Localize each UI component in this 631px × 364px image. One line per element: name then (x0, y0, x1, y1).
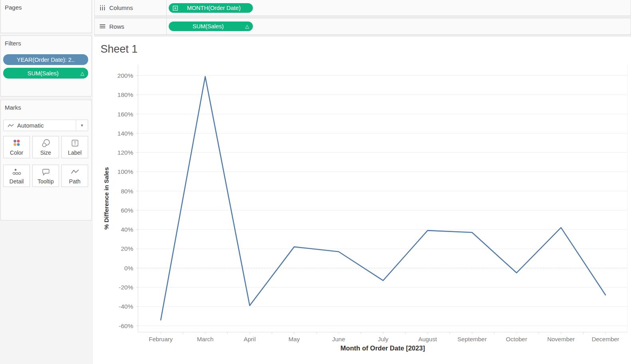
x-tick-label: June (332, 336, 345, 342)
delta-table-calc-icon: △ (81, 71, 84, 76)
size-label: Size (40, 150, 51, 156)
svg-text:T: T (73, 141, 76, 146)
x-tick-label: July (378, 336, 388, 342)
sales-line (161, 77, 605, 320)
filter-pill-sum-sales[interactable]: SUM(Sales) △ (3, 68, 88, 79)
color-icon (13, 136, 20, 150)
expand-plus-icon (173, 6, 178, 11)
columns-pill-label: MONTH(Order Date) (179, 5, 249, 11)
pages-title: Pages (5, 4, 22, 11)
columns-icon (100, 5, 105, 10)
filter-pill-label: SUM(Sales) (7, 70, 79, 77)
path-icon (71, 165, 79, 178)
y-tick-label: -40% (119, 303, 133, 310)
pages-shelf[interactable]: Pages (0, 0, 92, 33)
y-tick-label: 100% (117, 168, 133, 175)
x-tick-label: March (197, 336, 214, 342)
y-tick-label: 20% (121, 245, 133, 252)
x-tick-label: October (506, 336, 527, 342)
columns-shelf[interactable]: Columns MONTH(Order Date) (94, 0, 631, 16)
filter-pill-year-order-date[interactable]: YEAR(Order Date): 2.. (3, 54, 88, 65)
x-tick-label: May (288, 336, 300, 342)
marks-title: Marks (5, 104, 21, 111)
shelf-strip: Columns MONTH(Order Date) Rows SUM(Sales… (94, 0, 631, 37)
path-button[interactable]: Path (61, 165, 88, 187)
detail-icon (12, 165, 22, 178)
sidebar: Pages Filters YEAR(Order Date): 2.. SUM(… (0, 0, 93, 364)
mark-type-dropdown[interactable]: Automatic ▾ (3, 120, 88, 131)
x-tick-label: April (244, 336, 256, 342)
line-chart[interactable]: -60%-40%-20%0%20%40%60%80%100%120%140%16… (94, 37, 631, 364)
tooltip-label: Tooltip (37, 178, 53, 185)
worksheet-view: Sheet 1 % Difference in Sales -60%-40%-2… (94, 37, 631, 364)
path-label: Path (69, 178, 81, 185)
rows-shelf-text: Rows (109, 23, 124, 30)
y-tick-label: 80% (121, 188, 133, 195)
line-mark-icon (8, 124, 14, 128)
color-button[interactable]: Color (3, 136, 30, 158)
y-tick-label: 120% (117, 149, 133, 156)
y-tick-label: 160% (117, 111, 133, 118)
label-label: Label (68, 150, 81, 156)
filters-title: Filters (5, 40, 21, 47)
columns-pill-month-order-date[interactable]: MONTH(Order Date) (169, 3, 253, 13)
x-tick-label: September (457, 336, 487, 342)
y-tick-label: -20% (119, 284, 133, 291)
x-tick-label: November (547, 336, 575, 342)
y-tick-label: -60% (119, 323, 133, 329)
y-tick-label: 40% (121, 226, 133, 233)
color-label: Color (10, 150, 23, 156)
chevron-down-icon[interactable]: ▾ (76, 120, 88, 131)
label-icon: T (71, 136, 79, 150)
detail-label: Detail (10, 178, 24, 185)
x-tick-label: August (418, 336, 438, 342)
rows-shelf-label: Rows (95, 18, 167, 34)
marks-card: Marks Automatic ▾ Color (0, 100, 92, 220)
label-button[interactable]: T Label (61, 136, 88, 158)
filters-shelf[interactable]: Filters YEAR(Order Date): 2.. SUM(Sales)… (0, 35, 92, 96)
mark-type-value: Automatic (17, 122, 76, 129)
tableau-workspace: Pages Filters YEAR(Order Date): 2.. SUM(… (0, 0, 631, 364)
x-tick-label: December (592, 336, 619, 342)
x-axis-title: Month of Order Date [2023] (138, 344, 627, 352)
size-icon (41, 136, 50, 150)
y-tick-label: 140% (117, 130, 133, 137)
tooltip-icon (41, 165, 50, 178)
tooltip-button[interactable]: Tooltip (32, 165, 59, 187)
detail-button[interactable]: Detail (3, 165, 30, 187)
y-tick-label: 0% (124, 265, 134, 272)
size-button[interactable]: Size (32, 136, 59, 158)
rows-pill-sum-sales[interactable]: SUM(Sales) △ (169, 22, 253, 31)
rows-icon (100, 24, 105, 29)
delta-table-calc-icon: △ (245, 24, 249, 29)
rows-pill-label: SUM(Sales) (173, 23, 244, 30)
rows-shelf[interactable]: Rows SUM(Sales) △ (94, 18, 631, 35)
columns-shelf-text: Columns (109, 4, 133, 11)
y-tick-label: 60% (121, 207, 133, 214)
y-tick-label: 200% (117, 72, 133, 79)
filter-pill-label: YEAR(Order Date): 2.. (7, 57, 84, 63)
columns-shelf-label: Columns (95, 0, 167, 16)
y-tick-label: 180% (117, 91, 133, 98)
x-tick-label: February (149, 336, 173, 342)
